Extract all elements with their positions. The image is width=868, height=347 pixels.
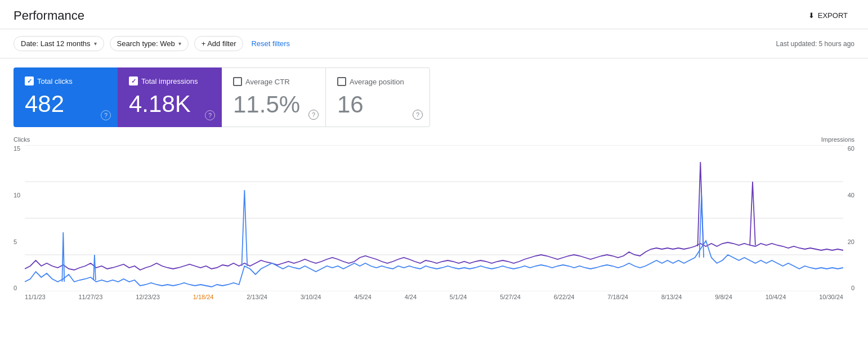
metrics-section: ✓ Total clicks 482 ? ✓ Total impressions… (0, 58, 868, 127)
search-type-filter-chip[interactable]: Search type: Web ▾ (110, 36, 189, 51)
y-left-15: 15 (14, 145, 20, 152)
x-label-6: 4/5/24 (354, 294, 372, 300)
x-label-10: 6/22/24 (554, 294, 575, 300)
y-right-0: 0 (848, 285, 854, 291)
ctr-checkbox[interactable] (233, 77, 242, 86)
chart-container: 15 10 5 0 60 40 20 0 (14, 145, 854, 291)
x-label-9: 5/27/24 (500, 294, 521, 300)
metric-card-position[interactable]: Average position 16 ? (326, 67, 430, 127)
x-label-3: 1/18/24 (193, 294, 214, 300)
x-label-5: 3/10/24 (301, 294, 321, 300)
clicks-checkbox[interactable]: ✓ (25, 76, 34, 85)
y-axis-left-label: Clicks (14, 136, 30, 143)
checkmark-icon: ✓ (131, 78, 136, 85)
date-filter-label: Date: Last 12 months (21, 39, 91, 48)
clicks-value: 482 (25, 90, 106, 118)
clicks-help-icon[interactable]: ? (101, 110, 111, 120)
date-filter-chip[interactable]: Date: Last 12 months ▾ (14, 36, 104, 51)
impressions-label: Total impressions (141, 77, 198, 85)
position-label: Average position (350, 78, 404, 86)
x-axis: 11/1/23 11/27/23 12/23/23 1/18/24 2/13/2… (14, 294, 854, 300)
position-label-row: Average position (337, 77, 418, 86)
chevron-down-icon: ▾ (178, 40, 181, 47)
y-left-5: 5 (14, 238, 20, 245)
export-icon: ⬇ (808, 11, 815, 20)
chevron-down-icon: ▾ (94, 40, 97, 47)
ctr-help-icon[interactable]: ? (308, 110, 319, 120)
x-label-7: 4/24 (405, 294, 417, 300)
page-title: Performance (14, 8, 84, 23)
add-filter-button[interactable]: + Add filter (194, 36, 244, 51)
reset-filters-link[interactable]: Reset filters (251, 39, 290, 48)
chart-svg (25, 145, 843, 291)
chart-area: Clicks Impressions 15 10 5 0 60 40 20 0 (0, 127, 868, 307)
impressions-label-row: ✓ Total impressions (129, 76, 211, 85)
x-label-4: 2/13/24 (247, 294, 267, 300)
impressions-value: 4.18K (129, 90, 211, 118)
checkmark-icon: ✓ (27, 78, 32, 85)
position-value: 16 (337, 91, 418, 119)
last-updated-text: Last updated: 5 hours ago (776, 40, 854, 48)
export-button[interactable]: ⬇ EXPORT (802, 8, 854, 23)
y-left-10: 10 (14, 192, 20, 199)
export-label: EXPORT (818, 11, 848, 20)
x-label-8: 5/1/24 (450, 294, 467, 300)
metric-card-ctr[interactable]: Average CTR 11.5% ? (222, 67, 326, 127)
x-label-0: 11/1/23 (25, 294, 46, 300)
y-axis-right-label: Impressions (821, 136, 854, 143)
x-label-14: 10/4/24 (766, 294, 786, 300)
x-label-15: 10/30/24 (819, 294, 843, 300)
impressions-help-icon[interactable]: ? (205, 110, 215, 120)
position-checkbox[interactable] (337, 77, 346, 86)
filters-bar: Date: Last 12 months ▾ Search type: Web … (0, 29, 868, 58)
header: Performance ⬇ EXPORT (0, 0, 868, 29)
x-label-2: 12/23/23 (136, 294, 160, 300)
clicks-label: Total clicks (37, 77, 73, 85)
impressions-line (25, 242, 843, 270)
clicks-line (25, 241, 843, 287)
impressions-checkbox[interactable]: ✓ (129, 76, 138, 85)
add-filter-label: + Add filter (202, 39, 236, 48)
y-right-20: 20 (848, 238, 854, 245)
x-label-13: 9/8/24 (715, 294, 732, 300)
y-right-60: 60 (848, 145, 854, 152)
metric-card-impressions[interactable]: ✓ Total impressions 4.18K ? (118, 67, 222, 127)
ctr-value: 11.5% (233, 91, 314, 119)
x-label-11: 7/18/24 (607, 294, 628, 300)
position-help-icon[interactable]: ? (413, 110, 423, 120)
ctr-label: Average CTR (245, 78, 290, 86)
y-right-40: 40 (848, 192, 854, 199)
clicks-label-row: ✓ Total clicks (25, 76, 106, 85)
x-label-12: 8/13/24 (661, 294, 682, 300)
y-left-0: 0 (14, 285, 20, 291)
search-type-filter-label: Search type: Web (117, 39, 175, 48)
x-label-1: 11/27/23 (79, 294, 103, 300)
ctr-label-row: Average CTR (233, 77, 314, 86)
metric-card-clicks[interactable]: ✓ Total clicks 482 ? (14, 67, 118, 127)
page: Performance ⬇ EXPORT Date: Last 12 month… (0, 0, 868, 347)
